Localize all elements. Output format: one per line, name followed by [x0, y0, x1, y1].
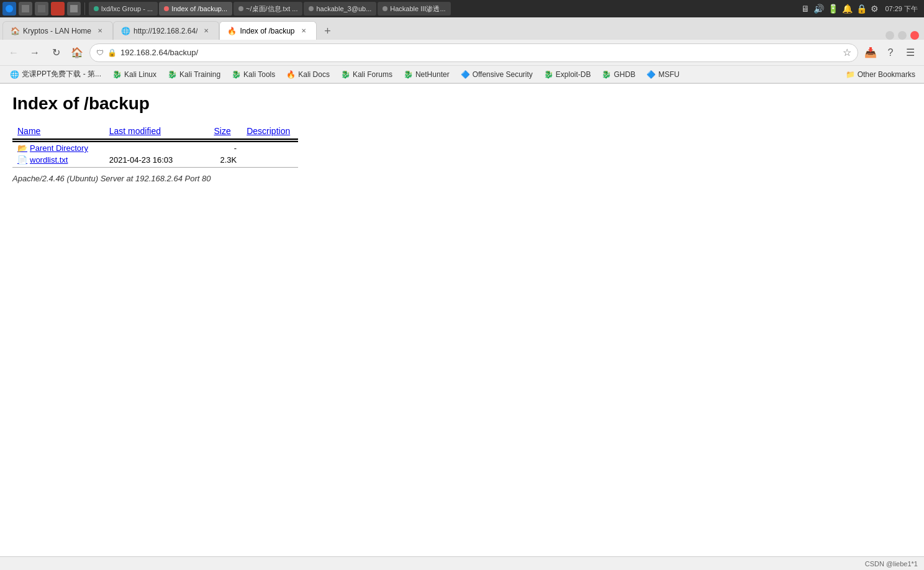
taskbar-app-4[interactable] [67, 2, 81, 16]
taskbar-app-1[interactable] [19, 2, 32, 16]
tab-3[interactable]: 🔥 Index of /backup ✕ [219, 21, 316, 40]
bookmark-kali-docs[interactable]: 🔥 Kali Docs [281, 68, 335, 81]
table-row: 📄 wordlist.txt 2021-04-23 16:03 2.3K [12, 154, 298, 166]
tab-1-close[interactable]: ✕ [95, 26, 105, 36]
sys-tray-icons: 🖥 🔊 🔋 🔔 🔒 ⚙ [801, 4, 879, 14]
task-label-1: lxd/lxc Group - ... [101, 5, 153, 12]
status-text: CSDN @liebe1*1 [865, 560, 918, 568]
col-header-size: Size [209, 124, 242, 139]
tab-1-favicon: 🏠 [11, 27, 19, 35]
taskbar-sep [84, 2, 85, 15]
parent-dir-icon: 📂 [17, 143, 27, 153]
status-bar: CSDN @liebe1*1 [0, 556, 924, 570]
bookmark-label-10: GHDB [614, 70, 635, 79]
file-size-value: 2.3K [220, 155, 237, 165]
dir-name-cell: 📂 Parent Directory [12, 142, 104, 154]
file-modified-value: 2021-04-23 16:03 [109, 155, 173, 165]
bookmark-kali-icon-4: 🐉 [341, 70, 350, 79]
bookmark-exploit-db[interactable]: 🐉 Exploit-DB [539, 68, 596, 81]
bookmark-kali-training[interactable]: 🐉 Kali Training [163, 68, 225, 81]
taskbar-app-3[interactable] [51, 2, 65, 16]
tab-1-label: Kryptos - LAN Home [23, 27, 91, 35]
directory-table: Name Last modified Size Description 📂 [12, 124, 298, 169]
address-lock-icon: 🔒 [107, 48, 117, 57]
tab-1[interactable]: 🏠 Kryptos - LAN Home ✕ [2, 21, 113, 40]
bookmark-kali-icon-7: 🐉 [602, 70, 611, 79]
bookmark-nethunter[interactable]: 🐉 NetHunter [399, 68, 455, 81]
bookmark-globe-icon-1: 🌐 [10, 70, 19, 79]
window-close[interactable] [910, 31, 919, 40]
taskbar-task-5[interactable]: Hackable III渗透... [378, 2, 450, 16]
parent-dir-desc [242, 142, 298, 154]
back-button[interactable]: ← [5, 44, 22, 61]
task-dot-2 [164, 6, 169, 11]
bookmark-label-2: Kali Linux [124, 70, 156, 79]
parent-dir-size: - [209, 142, 242, 154]
col-desc-link[interactable]: Description [247, 126, 290, 136]
bookmark-other-bookmarks[interactable]: 📁 Other Bookmarks [842, 68, 919, 81]
tab-3-label: Index of /backup [240, 27, 294, 35]
col-name-link[interactable]: Name [17, 126, 40, 136]
bookmark-ghdb[interactable]: 🐉 GHDB [597, 68, 640, 81]
bookmark-kali-linux[interactable]: 🐉 Kali Linux [107, 68, 161, 81]
sys-icon-battery: 🔋 [828, 4, 838, 14]
taskbar-task-2[interactable]: Index of /backup... [159, 2, 232, 16]
nav-right-icons: 📥 ? ☰ [862, 44, 919, 61]
svg-rect-3 [54, 5, 61, 12]
file-name-cell: 📄 wordlist.txt [12, 154, 104, 166]
tab-2[interactable]: 🌐 http://192.168.2.64/ ✕ [113, 21, 219, 40]
taskbar-app-2[interactable] [35, 2, 48, 16]
svg-rect-4 [70, 5, 78, 12]
wordlist-txt-link[interactable]: 📄 wordlist.txt [17, 155, 99, 165]
tab-2-favicon: 🌐 [121, 27, 130, 35]
bookmark-msfu[interactable]: 🔷 MSFU [641, 68, 684, 81]
bookmark-kali-forums[interactable]: 🐉 Kali Forums [336, 68, 397, 81]
pocket-icon[interactable]: 📥 [862, 44, 879, 61]
taskbar-task-3[interactable]: ~/桌面/信息.txt ... [233, 2, 302, 16]
tab-2-label: http://192.168.2.64/ [134, 27, 197, 35]
reload-button[interactable]: ↻ [47, 44, 65, 61]
bookmark-label-6: Kali Forums [353, 70, 392, 79]
taskbar-tasks: lxd/lxc Group - ... Index of /backup... … [89, 2, 799, 16]
bookmark-msfu-icon: 🔷 [646, 70, 656, 79]
task-dot-5 [383, 6, 387, 11]
address-bar[interactable]: 🛡 🔒 192.168.2.64/backup/ ☆ [89, 43, 858, 62]
bookmark-label-3: Kali Training [179, 70, 220, 79]
bookmarks-bar: 🌐 党课PPT免费下载 - 第... 🐉 Kali Linux 🐉 Kali T… [0, 66, 924, 83]
bookmark-party-ppt[interactable]: 🌐 党课PPT免费下载 - 第... [5, 68, 106, 81]
home-button[interactable]: 🏠 [68, 44, 86, 61]
bookmark-star-icon[interactable]: ☆ [843, 47, 851, 58]
sys-icon-settings: ⚙ [871, 4, 879, 14]
menu-icon[interactable]: ☰ [902, 44, 919, 61]
window-maximize[interactable] [898, 31, 907, 40]
col-modified-link[interactable]: Last modified [109, 126, 161, 136]
bookmark-kali-icon-2: 🐉 [168, 70, 177, 79]
address-text[interactable]: 192.168.2.64/backup/ [120, 48, 839, 57]
bookmark-kali-icon-5: 🐉 [404, 70, 413, 79]
tab-3-close[interactable]: ✕ [299, 26, 309, 36]
bookmark-label-4: Kali Tools [243, 70, 275, 79]
page-content: Index of /backup Name Last modified Size… [0, 84, 924, 456]
bookmark-kali-icon-1: 🐉 [112, 70, 122, 79]
kali-menu-icon[interactable] [2, 2, 16, 16]
new-tab-button[interactable]: + [319, 22, 337, 40]
reader-mode-icon[interactable]: ? [882, 44, 899, 61]
folder-icon: 📁 [846, 70, 855, 79]
file-icon: 📄 [17, 155, 27, 165]
tab-2-close[interactable]: ✕ [201, 26, 211, 36]
taskbar-task-1[interactable]: lxd/lxc Group - ... [89, 2, 158, 16]
tab-bar: 🏠 Kryptos - LAN Home ✕ 🌐 http://192.168.… [0, 17, 924, 40]
svg-rect-1 [22, 5, 29, 12]
col-size-link[interactable]: Size [214, 126, 230, 136]
bookmark-kali-tools[interactable]: 🐉 Kali Tools [227, 68, 280, 81]
bookmark-offensive-security[interactable]: 🔷 Offensive Security [456, 68, 538, 81]
bookmark-kali-icon-3: 🐉 [232, 70, 241, 79]
svg-rect-2 [38, 5, 45, 12]
forward-button[interactable]: → [26, 44, 43, 61]
bookmark-label-11: MSFU [658, 70, 679, 79]
parent-directory-link[interactable]: 📂 Parent Directory [17, 143, 99, 153]
browser-chrome: 🏠 Kryptos - LAN Home ✕ 🌐 http://192.168.… [0, 17, 924, 84]
taskbar-task-4[interactable]: hackable_3@ub... [304, 2, 376, 16]
server-info: Apache/2.4.46 (Ubuntu) Server at 192.168… [12, 174, 912, 183]
window-minimize[interactable] [886, 31, 894, 40]
